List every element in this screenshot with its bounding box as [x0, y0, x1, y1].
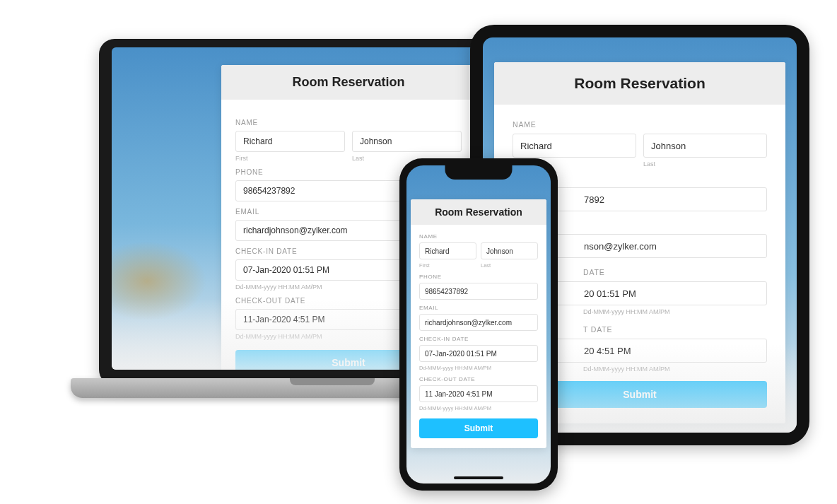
submit-button[interactable]: Submit: [419, 418, 538, 438]
first-name-field[interactable]: [235, 131, 345, 152]
form-body: NAME First Last PHONE: [411, 225, 546, 448]
phone-home-indicator: [454, 476, 503, 479]
hint-first: First: [235, 155, 345, 162]
phone-device: Room Reservation NAME First Last: [399, 158, 558, 491]
label-checkout: CHECK-OUT DATE: [419, 376, 538, 382]
hint-checkin: Dd-MMM-yyyy HH:MM AM/PM: [419, 365, 538, 371]
email-field[interactable]: [419, 314, 538, 331]
label-name: NAME: [513, 120, 767, 129]
label-phone: PHONE: [419, 274, 538, 280]
checkout-field[interactable]: [419, 385, 538, 402]
last-name-field[interactable]: [643, 134, 767, 158]
hint-first: First: [419, 262, 476, 269]
form-title: Room Reservation: [221, 65, 476, 100]
label-email: EMAIL: [419, 305, 538, 311]
label-name: NAME: [235, 119, 462, 127]
last-name-field[interactable]: [352, 131, 462, 152]
label-checkin: CHECK-IN DATE: [419, 336, 538, 342]
hint-checkout: Dd-MMM-yyyy HH:MM AM/PM: [419, 405, 538, 411]
last-name-field[interactable]: [481, 242, 538, 259]
name-row: First Last: [235, 131, 462, 162]
phone-notch: [445, 165, 513, 180]
checkin-field[interactable]: [419, 345, 538, 362]
first-name-field[interactable]: [513, 134, 636, 158]
name-row: First Last: [419, 242, 538, 269]
hint-last: Last: [481, 262, 538, 269]
hint-last: Last: [643, 160, 767, 168]
phone-screen: Room Reservation NAME First Last: [406, 165, 551, 484]
phone-bezel: Room Reservation NAME First Last: [399, 158, 558, 491]
phone-field[interactable]: [419, 283, 538, 300]
form-title: Room Reservation: [494, 62, 785, 105]
form-title: Room Reservation: [411, 199, 546, 225]
reservation-form-phone: Room Reservation NAME First Last: [411, 199, 546, 448]
first-name-field[interactable]: [419, 242, 476, 259]
label-name: NAME: [419, 233, 538, 240]
